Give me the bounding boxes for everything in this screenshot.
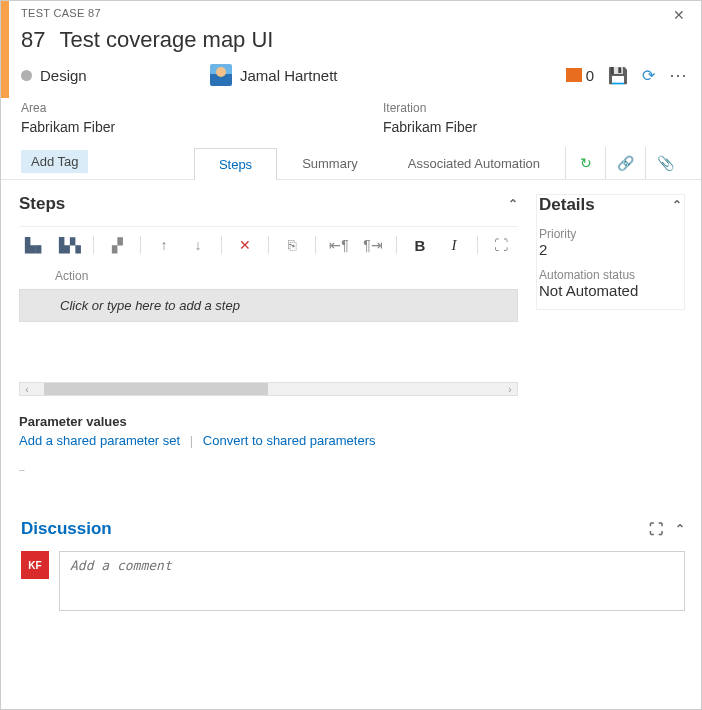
iteration-label: Iteration	[383, 101, 685, 115]
close-icon[interactable]: ✕	[669, 7, 689, 23]
tab-summary[interactable]: Summary	[277, 147, 383, 179]
minor-separator: –	[19, 464, 518, 475]
comment-count-value: 0	[586, 67, 594, 84]
separator	[140, 236, 141, 254]
work-item-id: 87	[21, 27, 45, 53]
outdent-icon[interactable]: ⇤¶	[324, 231, 354, 259]
add-tag-button[interactable]: Add Tag	[21, 150, 88, 173]
priority-label: Priority	[537, 227, 684, 241]
state-label: Design	[40, 67, 87, 84]
insert-shared-step-icon[interactable]: ▙▚	[55, 231, 85, 259]
area-value[interactable]: Fabrikam Fiber	[21, 119, 323, 135]
separator	[221, 236, 222, 254]
state-dot-icon	[21, 70, 32, 81]
collapse-details-icon[interactable]: ⌃	[672, 198, 682, 212]
priority-value[interactable]: 2	[537, 241, 684, 268]
delete-step-icon[interactable]: ✕	[230, 231, 260, 259]
move-down-icon[interactable]: ↓	[183, 231, 213, 259]
fullscreen-discussion-icon[interactable]: ⛶	[649, 521, 663, 537]
tab-bar: Steps Summary Associated Automation ↻ 🔗 …	[194, 147, 685, 179]
separator	[396, 236, 397, 254]
scroll-right-icon[interactable]: ›	[503, 384, 517, 395]
refresh-icon[interactable]: ⟳	[642, 66, 655, 85]
separator	[477, 236, 478, 254]
comment-input[interactable]	[59, 551, 685, 611]
separator	[268, 236, 269, 254]
accent-strip	[1, 1, 9, 98]
comment-bubble-icon	[566, 68, 582, 82]
current-user-avatar: KF	[21, 551, 49, 579]
steps-section-title: Steps	[19, 194, 65, 214]
area-label: Area	[21, 101, 323, 115]
scrollbar-thumb[interactable]	[44, 383, 268, 395]
collapse-discussion-icon[interactable]: ⌃	[675, 522, 685, 536]
history-icon[interactable]: ↻	[565, 147, 605, 179]
separator	[93, 236, 94, 254]
discussion-section-title: Discussion	[21, 519, 112, 539]
parameter-values-title: Parameter values	[19, 414, 518, 429]
details-section-title: Details	[539, 195, 595, 215]
italic-icon[interactable]: I	[439, 231, 469, 259]
more-actions-icon[interactable]: ⋯	[669, 64, 689, 86]
fullscreen-steps-icon[interactable]: ⛶	[486, 231, 516, 259]
convert-shared-parameters-link[interactable]: Convert to shared parameters	[203, 433, 376, 448]
horizontal-scrollbar[interactable]: ‹ ›	[19, 382, 518, 396]
discussion-count[interactable]: 0	[566, 67, 594, 84]
avatar-icon	[210, 64, 232, 86]
tab-associated-automation[interactable]: Associated Automation	[383, 147, 565, 179]
work-item-title[interactable]: Test coverage map UI	[59, 27, 273, 53]
links-icon[interactable]: 🔗	[605, 147, 645, 179]
save-icon[interactable]: 💾	[608, 66, 628, 85]
separator	[315, 236, 316, 254]
action-column-header: Action	[19, 263, 518, 287]
automation-status-value[interactable]: Not Automated	[537, 282, 684, 309]
add-shared-parameter-link[interactable]: Add a shared parameter set	[19, 433, 180, 448]
separator: |	[190, 433, 193, 448]
move-up-icon[interactable]: ↑	[149, 231, 179, 259]
create-shared-steps-icon[interactable]: ▞	[102, 231, 132, 259]
bold-icon[interactable]: B	[405, 231, 435, 259]
state-picker[interactable]: Design	[21, 67, 201, 84]
work-item-type-label: TEST CASE 87	[21, 7, 101, 23]
steps-toolbar: ▙▖ ▙▚ ▞ ↑ ↓ ✕ ⎘ ⇤¶ ¶⇥ B I ⛶	[19, 226, 518, 263]
insert-step-icon[interactable]: ▙▖	[21, 231, 51, 259]
collapse-steps-icon[interactable]: ⌃	[508, 197, 518, 211]
add-step-input[interactable]: Click or type here to add a step	[19, 289, 518, 322]
iteration-value[interactable]: Fabrikam Fiber	[383, 119, 685, 135]
attach-icon[interactable]: ⎘	[277, 231, 307, 259]
assignee-picker[interactable]: Jamal Hartnett	[209, 63, 339, 87]
indent-icon[interactable]: ¶⇥	[358, 231, 388, 259]
scroll-left-icon[interactable]: ‹	[20, 384, 34, 395]
tab-steps[interactable]: Steps	[194, 148, 277, 180]
attachments-icon[interactable]: 📎	[645, 147, 685, 179]
assignee-name: Jamal Hartnett	[240, 67, 338, 84]
automation-status-label: Automation status	[537, 268, 684, 282]
